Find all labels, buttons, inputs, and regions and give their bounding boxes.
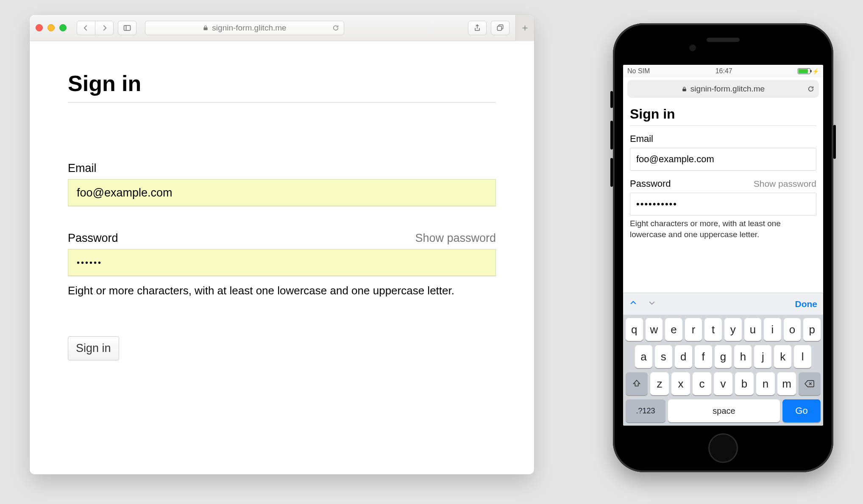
plus-icon: + <box>522 22 528 34</box>
password-hint: Eight or more characters, with at least … <box>68 284 496 298</box>
key-s[interactable]: s <box>655 345 672 368</box>
key-l[interactable]: l <box>794 345 811 368</box>
key-d[interactable]: d <box>675 345 692 368</box>
key-b[interactable]: b <box>735 372 754 395</box>
share-icon <box>473 24 482 32</box>
reload-icon <box>807 85 815 93</box>
chevron-right-icon <box>100 24 109 32</box>
window-close-button[interactable] <box>36 24 43 31</box>
back-button[interactable] <box>77 21 95 35</box>
backspace-icon <box>804 379 815 388</box>
mobile-password-label: Password <box>630 178 671 189</box>
chevron-left-icon <box>82 24 90 32</box>
key-m[interactable]: m <box>777 372 796 395</box>
reload-icon <box>332 24 340 32</box>
key-y[interactable]: y <box>724 318 742 341</box>
safari-window: signin-form.glitch.me + Sign in Email <box>30 15 534 474</box>
reload-button[interactable] <box>332 24 340 32</box>
mobile-reload-button[interactable] <box>807 85 815 93</box>
email-field-group: Email <box>68 162 496 206</box>
email-input[interactable] <box>68 179 496 206</box>
mobile-email-label: Email <box>630 133 653 144</box>
mobile-address-bar[interactable]: signin-form.glitch.me <box>627 80 819 98</box>
prev-field-button[interactable] <box>629 299 638 310</box>
lock-icon <box>203 25 209 31</box>
soft-keyboard: qwertyuiop asdfghjkl zxcvbnm .?123 space… <box>623 315 823 426</box>
home-button[interactable] <box>708 433 738 463</box>
tabs-icon <box>496 24 504 32</box>
mobile-password-input[interactable] <box>630 193 816 216</box>
chevron-up-icon <box>629 299 638 307</box>
new-tab-button[interactable]: + <box>515 15 534 41</box>
shift-key[interactable] <box>626 372 648 395</box>
key-c[interactable]: c <box>693 372 711 395</box>
signin-button[interactable]: Sign in <box>68 336 119 360</box>
key-n[interactable]: n <box>756 372 775 395</box>
titlebar-right <box>468 21 509 35</box>
key-q[interactable]: q <box>626 318 643 341</box>
mute-switch[interactable] <box>610 91 613 108</box>
password-input[interactable] <box>68 249 496 276</box>
mobile-address-url: signin-form.glitch.me <box>690 84 765 94</box>
key-u[interactable]: u <box>744 318 762 341</box>
page-content: Sign in Email Password Show password Eig… <box>30 41 534 390</box>
mobile-password-hint: Eight characters or more, with at least … <box>630 218 816 240</box>
key-a[interactable]: a <box>635 345 652 368</box>
keyboard-row-4: .?123 space Go <box>626 399 821 422</box>
go-key[interactable]: Go <box>782 399 821 422</box>
keyboard-row-3-letters: zxcvbnm <box>650 372 796 395</box>
mobile-email-input[interactable] <box>630 148 816 171</box>
power-button[interactable] <box>833 125 836 159</box>
traffic-lights <box>36 24 67 31</box>
page-title: Sign in <box>68 71 496 102</box>
key-f[interactable]: f <box>695 345 712 368</box>
key-t[interactable]: t <box>704 318 722 341</box>
forward-button[interactable] <box>95 21 114 35</box>
key-p[interactable]: p <box>803 318 821 341</box>
key-e[interactable]: e <box>665 318 682 341</box>
key-g[interactable]: g <box>715 345 732 368</box>
volume-up-button[interactable] <box>610 121 613 150</box>
backspace-key[interactable] <box>799 372 821 395</box>
key-w[interactable]: w <box>646 318 663 341</box>
iphone-screen: No SIM 16:47 ⚡ signin-form.glitch.me Sig… <box>623 65 823 426</box>
tabs-button[interactable] <box>491 21 509 35</box>
titlebar: signin-form.glitch.me + <box>30 15 534 41</box>
clock: 16:47 <box>715 67 732 75</box>
nav-buttons <box>77 21 114 35</box>
key-o[interactable]: o <box>784 318 801 341</box>
show-password-toggle[interactable]: Show password <box>415 232 496 245</box>
next-field-button[interactable] <box>648 299 656 310</box>
mobile-page-title: Sign in <box>630 106 816 126</box>
key-r[interactable]: r <box>685 318 702 341</box>
keyboard-done-button[interactable]: Done <box>795 299 818 309</box>
battery-icon <box>798 68 810 74</box>
key-i[interactable]: i <box>764 318 781 341</box>
window-zoom-button[interactable] <box>59 24 67 31</box>
key-z[interactable]: z <box>650 372 669 395</box>
key-h[interactable]: h <box>734 345 752 368</box>
address-bar[interactable]: signin-form.glitch.me <box>145 21 344 35</box>
keyboard-toolbar: Done <box>623 293 823 315</box>
space-key[interactable]: space <box>668 399 780 422</box>
sidebar-toggle-button[interactable] <box>118 21 136 35</box>
keyboard-row-1: qwertyuiop <box>626 318 821 341</box>
key-v[interactable]: v <box>714 372 732 395</box>
key-k[interactable]: k <box>774 345 791 368</box>
form-navigation-arrows <box>629 299 656 310</box>
key-j[interactable]: j <box>754 345 771 368</box>
key-x[interactable]: x <box>671 372 690 395</box>
mobile-show-password-toggle[interactable]: Show password <box>754 179 816 189</box>
share-button[interactable] <box>468 21 487 35</box>
numbers-key[interactable]: .?123 <box>626 399 665 422</box>
volume-down-button[interactable] <box>610 158 613 187</box>
keyboard-row-2: asdfghjkl <box>626 345 821 368</box>
iphone-device: No SIM 16:47 ⚡ signin-form.glitch.me Sig… <box>613 23 833 472</box>
svg-rect-2 <box>497 26 501 30</box>
shift-icon <box>632 379 641 388</box>
password-field-group: Password Show password Eight or more cha… <box>68 232 496 298</box>
chevron-down-icon <box>648 299 656 307</box>
carrier-label: No SIM <box>627 67 650 75</box>
window-minimize-button[interactable] <box>47 24 55 31</box>
address-url: signin-form.glitch.me <box>212 23 286 33</box>
